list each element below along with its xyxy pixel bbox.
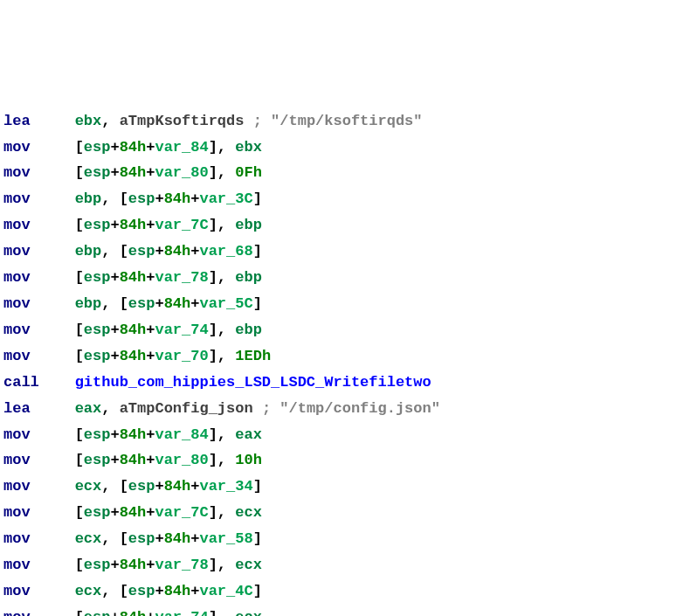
mnemonic: mov	[3, 295, 75, 312]
operand-token: 10h	[235, 452, 262, 468]
operand-token: ecx	[235, 609, 262, 616]
asm-line: mov ecx, [esp+84h+var_34]	[3, 474, 694, 500]
asm-line: mov ebp, [esp+84h+var_3C]	[3, 186, 694, 212]
operand-token: var_80	[155, 452, 208, 468]
operand-token: +	[155, 478, 163, 495]
operand-token: ecx	[75, 583, 102, 599]
operand-token: , [	[101, 190, 128, 207]
operand-token: 84h	[164, 295, 191, 312]
mnemonic: mov	[3, 322, 75, 338]
operand-token: esp	[84, 348, 111, 364]
operand-token: +	[155, 583, 163, 599]
operand-token: 84h	[120, 322, 147, 338]
operand-token: ],	[209, 426, 236, 443]
operand-token: ebp	[75, 243, 102, 260]
mnemonic: mov	[3, 530, 75, 547]
operand-token: 84h	[164, 530, 191, 547]
asm-line: mov ecx, [esp+84h+var_4C]	[3, 578, 694, 605]
operand-token: , [	[101, 530, 128, 547]
operand-token: var_3C	[199, 190, 252, 207]
operand-token: +	[146, 322, 155, 338]
operand-token: esp	[84, 139, 111, 156]
operand-token: ecx	[235, 504, 262, 521]
operand-token: esp	[128, 583, 155, 599]
operand-token: +	[146, 217, 155, 233]
operand-token: ,	[101, 400, 119, 417]
operand-token: var_84	[155, 139, 208, 156]
operand-token: [	[75, 269, 84, 286]
asm-line: mov [esp+84h+var_7C], ebp	[3, 212, 694, 239]
operand-token: ebp	[75, 295, 102, 312]
operand-token: +	[190, 530, 199, 547]
operand-token: var_7C	[155, 217, 208, 233]
operand-token: 84h	[120, 557, 147, 573]
operand-token: , [	[101, 478, 128, 495]
operand-token: ],	[209, 504, 236, 521]
operand-token: +	[190, 583, 199, 599]
operand-token: var_80	[155, 164, 208, 181]
operand-token: +	[146, 557, 155, 573]
mnemonic: mov	[3, 452, 75, 468]
asm-line: mov [esp+84h+var_70], 1EDh	[3, 343, 694, 370]
disassembly-listing: lea ebx, aTmpKsoftirqds ; "/tmp/ksoftirq…	[3, 108, 694, 616]
operand-token: 84h	[164, 190, 191, 207]
operand-token: ecx	[235, 557, 262, 573]
asm-line: mov [esp+84h+var_74], ecx	[3, 605, 694, 616]
operand-token: 84h	[120, 139, 147, 156]
operand-token: ],	[209, 609, 236, 616]
operand-token: +	[155, 243, 163, 260]
operand-token: esp	[84, 269, 111, 286]
operand-token: github_com_hippies_LSD_LSDC_Writefiletwo	[75, 374, 431, 391]
operand-token: ],	[209, 217, 236, 233]
mnemonic: mov	[3, 139, 75, 156]
operand-token: ecx	[75, 478, 102, 495]
operand-token: var_70	[155, 348, 208, 364]
operand-token: 84h	[120, 426, 147, 443]
asm-line: mov [esp+84h+var_80], 10h	[3, 447, 694, 474]
operand-token: [	[75, 426, 84, 443]
operand-token: esp	[84, 504, 111, 521]
asm-line: mov [esp+84h+var_80], 0Fh	[3, 160, 694, 186]
operand-token: ebp	[75, 190, 102, 207]
operand-token: +	[110, 269, 119, 286]
operand-token: esp	[128, 530, 155, 547]
operand-token: esp	[84, 609, 111, 616]
operand-token: [	[75, 504, 84, 521]
mnemonic: mov	[3, 269, 75, 286]
operand-token: 84h	[164, 478, 191, 495]
asm-line: call github_com_hippies_LSD_LSDC_Writefi…	[3, 370, 694, 396]
asm-line: lea ebx, aTmpKsoftirqds ; "/tmp/ksoftirq…	[3, 108, 694, 135]
operand-token: ]	[253, 243, 262, 260]
operand-token: var_4C	[199, 583, 252, 599]
operand-token: esp	[84, 217, 111, 233]
operand-token: ],	[209, 452, 236, 468]
operand-token: var_7C	[155, 504, 208, 521]
mnemonic: mov	[3, 504, 75, 521]
operand-token: +	[155, 190, 163, 207]
operand-token: , [	[101, 295, 128, 312]
asm-line: mov [esp+84h+var_74], ebp	[3, 317, 694, 343]
operand-token: ]	[253, 478, 262, 495]
operand-token: ecx	[75, 530, 102, 547]
operand-token: , [	[101, 583, 128, 599]
operand-token: var_84	[155, 426, 208, 443]
operand-token: +	[190, 478, 199, 495]
operand-token: +	[110, 139, 119, 156]
operand-token: 84h	[120, 217, 147, 233]
operand-token: esp	[84, 452, 111, 468]
mnemonic: lea	[3, 400, 75, 417]
operand-token: ; "/tmp/ksoftirqds"	[253, 113, 423, 129]
asm-line: mov [esp+84h+var_78], ecx	[3, 552, 694, 578]
asm-line: mov [esp+84h+var_78], ebp	[3, 265, 694, 291]
operand-token: ],	[209, 322, 236, 338]
asm-line: mov [esp+84h+var_84], ebx	[3, 135, 694, 161]
operand-token: +	[110, 217, 119, 233]
mnemonic: call	[3, 374, 75, 391]
operand-token: aTmpConfig_json	[120, 400, 262, 417]
mnemonic: mov	[3, 243, 75, 260]
operand-token: +	[110, 452, 119, 468]
operand-token: ]	[253, 583, 262, 599]
operand-token: var_58	[199, 530, 252, 547]
operand-token: esp	[128, 190, 155, 207]
mnemonic: mov	[3, 609, 75, 616]
